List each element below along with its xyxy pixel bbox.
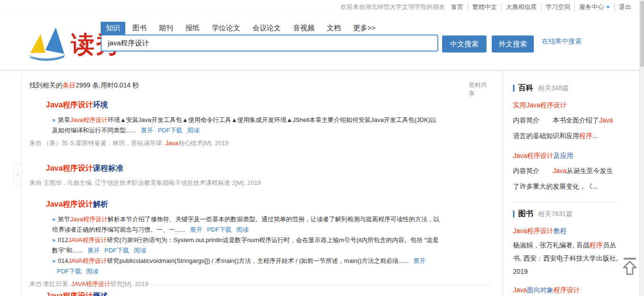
source-text: 来自 （美）凯·S.霍斯特曼著；林琪，苏钰涵等译.: [29, 139, 165, 147]
chevron-down-icon: [606, 6, 610, 10]
tab-journals[interactable]: 期刊: [154, 22, 178, 35]
search-input[interactable]: [101, 35, 438, 52]
result-title-keyword: Java程序设计: [46, 292, 93, 296]
result-title-rest: 解析: [93, 200, 108, 208]
page-scrollbar[interactable]: [639, 0, 644, 296]
resource-share-label[interactable]: 资料共享: [469, 81, 492, 98]
chinese-search-button[interactable]: 中文搜索: [442, 35, 487, 52]
section-name: 百科: [518, 83, 533, 93]
result-title-rest: 课程标准: [93, 164, 123, 172]
section-count: 相关348篇: [538, 84, 569, 93]
result-snippets: »第节Java程序设计解析本节介绍了修饰符、关键字及一些基本的数据类型。通过简单…: [52, 214, 441, 277]
pdf-download-link[interactable]: PDF下载: [207, 226, 232, 233]
expand-link[interactable]: 展开: [413, 257, 426, 264]
section-bar: [513, 85, 514, 92]
snippet: »第节Java程序设计解析本节介绍了修饰符、关键字及一些基本的数据类型。通过简单…: [52, 214, 441, 235]
search-in-results-link[interactable]: 在结果中搜索: [542, 37, 582, 46]
snippet-marker-icon: »: [52, 116, 55, 123]
result-title-link[interactable]: Java程序设计课程标准: [46, 164, 123, 174]
snippet-marker-icon: »: [52, 216, 55, 223]
topbar-link-daya-similarity[interactable]: 大雅相似度: [501, 3, 541, 11]
results-count: 找到相关的条目2999 条,用时0.014 秒: [29, 81, 139, 90]
snippet-text: 环境▲安装Java开发工具包▲使用命令行工具▲使用集成开发环境▲JShell本章…: [52, 116, 436, 134]
result-source: 来自 王雨华 , 马彪主编. 辽宁信息技术职业教育集团电子信息技术课程标准 2[…: [29, 179, 492, 187]
results-count-suffix: 2999 条,用时0.014 秒: [76, 81, 139, 89]
sidebar-divider: [503, 71, 503, 296]
sidebar-link-text: 实用Java程序设计: [513, 101, 567, 109]
pdf-download-link[interactable]: PDF下载: [57, 268, 81, 275]
desc-keyword: Java: [599, 116, 613, 124]
tab-conference-papers[interactable]: 会议论文: [247, 22, 286, 35]
section-count: 相关7631篇: [538, 210, 573, 218]
read-link[interactable]: 阅读: [236, 226, 249, 233]
result-source: 来自 李红日著. JAVA程序设计研究[M]. 2019: [29, 280, 492, 288]
foreign-search-button[interactable]: 外文搜索: [492, 35, 534, 52]
desc-text: ...: [592, 132, 598, 139]
welcome-text: 欢迎来自湖北师范大学文理学院的朋友: [340, 3, 447, 11]
topbar-link-home[interactable]: 首页: [447, 3, 468, 11]
tab-knowledge[interactable]: 知识: [101, 22, 125, 35]
result-title-link[interactable]: Java程序设计环境: [46, 100, 108, 110]
desc-text: 内容简介: [513, 167, 553, 174]
topbar-link-service-center[interactable]: 服务中心: [574, 3, 614, 11]
expand-link[interactable]: 展开: [190, 226, 202, 233]
desc-keyword: 程序: [579, 132, 592, 139]
source-text: 研究[M]. 2019: [110, 280, 148, 287]
sidebar-link-text: 教程: [554, 227, 567, 235]
snippet-keyword: JAVA程序设计: [68, 236, 107, 244]
topbar-link-logout[interactable]: 退出: [614, 3, 635, 11]
service-center-label: 服务中心: [579, 3, 604, 11]
result-title-link-partial[interactable]: Java程序设计概述: [46, 291, 108, 296]
pdf-download-link[interactable]: PDF下载: [158, 127, 183, 134]
desc-keyword: 程序: [590, 241, 603, 249]
read-link[interactable]: 阅读: [187, 127, 200, 134]
result-title-rest: 环境: [93, 101, 108, 109]
result-title-link[interactable]: Java程序设计解析: [46, 200, 108, 209]
expand-link[interactable]: 展开: [141, 127, 153, 134]
snippet-text: 012: [58, 236, 68, 244]
book-link-1[interactable]: Java程序设计教程: [513, 226, 618, 235]
facet-panel-expand-handle[interactable]: ›: [13, 163, 22, 186]
snippet-text: 014: [58, 257, 68, 264]
snippet-text: 研究publicstaticvoidmain(Stringargs[]) / 术…: [107, 257, 409, 264]
read-link[interactable]: 阅读: [86, 268, 98, 275]
snippet-keyword: Java程序设计: [70, 216, 107, 223]
book-desc-1: 杨淑娟，张万礼编著, 百战程序员丛书, 西安：西安电子科技大学出版社, 2019: [513, 238, 618, 278]
site-header: 读秀 知识 图书 期刊 报纸 学位论文 会议论文 音视频 文档 更多>> 中文搜…: [0, 14, 644, 70]
sidebar-link-keyword: 程序设计: [554, 286, 580, 294]
source-text: 核心技术[M]. 2019: [178, 139, 228, 147]
tab-audio-video[interactable]: 音视频: [288, 22, 320, 35]
topbar-link-traditional-chinese[interactable]: 繁體中文: [468, 3, 501, 11]
expand-link[interactable]: 展开: [87, 247, 100, 254]
desc-text: 内容简介 本书全面介绍了: [513, 116, 599, 124]
source-keyword: JAVA程序设计: [71, 280, 111, 287]
book-link-2[interactable]: Java面向对象程序设计: [513, 285, 618, 295]
section-name: 图书: [518, 209, 533, 219]
read-link[interactable]: 阅读: [134, 247, 146, 254]
pdf-download-link[interactable]: PDF下载: [104, 247, 129, 254]
tab-books[interactable]: 图书: [127, 22, 152, 35]
tab-theses[interactable]: 学位论文: [207, 22, 245, 35]
snippet: »012JAVA程序设计研究(7)第9行的语句为：System.out.prin…: [52, 235, 441, 256]
baike-link-2[interactable]: Java程序设计及应用: [513, 151, 618, 160]
sidebar-link-keyword: Java程序设计: [513, 152, 554, 159]
baike-link-1[interactable]: 实用Java程序设计: [513, 100, 618, 110]
result-snippets: »第章Java程序设计环境▲安装Java开发工具包▲使用命令行工具▲使用集成开发…: [52, 115, 441, 136]
result-item: Java程序设计解析 »第节Java程序设计解析本节介绍了修饰符、关键字及一些基…: [29, 200, 492, 288]
topbar-link-learning-space[interactable]: 学习空间: [541, 3, 574, 11]
baike-desc-1: 内容简介 本书全面介绍了Java语言的基础知识和应用程序...: [513, 113, 618, 144]
tab-more[interactable]: 更多>>: [348, 22, 381, 35]
sidebar-section-header-books: 图书 相关7631篇: [513, 209, 618, 219]
result-title-keyword: Java程序设计: [46, 101, 93, 109]
back-to-top-button[interactable]: [622, 257, 638, 276]
snippet: »第章Java程序设计环境▲安装Java开发工具包▲使用命令行工具▲使用集成开发…: [52, 115, 441, 136]
result-title-keyword: Java程序设计: [46, 200, 93, 208]
section-bar: [513, 210, 514, 218]
source-keyword: Java: [165, 139, 178, 147]
scrollbar-thumb[interactable]: [640, 1, 644, 67]
result-item: Java程序设计环境 »第章Java程序设计环境▲安装Java开发工具包▲使用命…: [29, 100, 492, 148]
sidebar-link-keyword: Java程序设计: [513, 227, 554, 235]
tab-newspapers[interactable]: 报纸: [180, 22, 205, 35]
sidebar-link-text: 面向对象: [527, 286, 554, 294]
tab-documents[interactable]: 文档: [322, 22, 346, 35]
